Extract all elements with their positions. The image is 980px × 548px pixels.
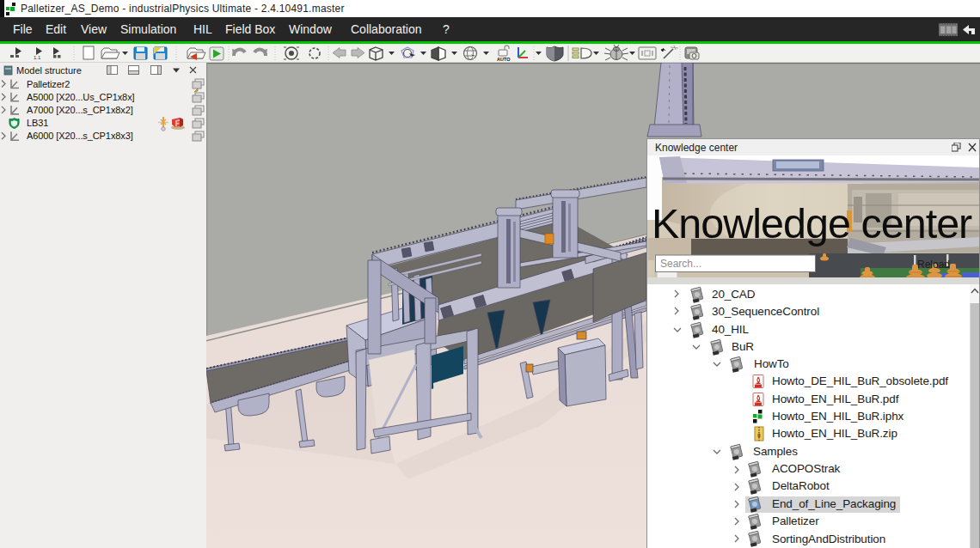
svg-text:Palletizer: Palletizer <box>772 515 819 527</box>
svg-text:BuR: BuR <box>732 340 754 353</box>
svg-text:Palletizer2: Palletizer2 <box>27 79 70 89</box>
svg-text:HowTo: HowTo <box>754 357 789 370</box>
svg-text:20_CAD: 20_CAD <box>712 288 756 301</box>
svg-text:Howto_EN_HIL_BuR.pdf: Howto_EN_HIL_BuR.pdf <box>772 393 899 405</box>
svg-text:40_HIL: 40_HIL <box>712 323 750 336</box>
svg-text:Reload: Reload <box>917 259 950 271</box>
svg-text:30_SequenceControl: 30_SequenceControl <box>712 305 819 318</box>
svg-text:A7000 [X20...s_CP1x8x2]: A7000 [X20...s_CP1x8x2] <box>27 105 133 115</box>
svg-text:A6000 [X20...s_CP1x8x3]: A6000 [X20...s_CP1x8x3] <box>27 131 133 141</box>
svg-text:Search...: Search... <box>660 258 701 270</box>
svg-text:DeltaRobot: DeltaRobot <box>772 479 830 492</box>
svg-text:Howto_DE_HIL_BuR_obsolete.pdf: Howto_DE_HIL_BuR_obsolete.pdf <box>772 374 948 387</box>
svg-text:Howto_EN_HIL_BuR.iphx: Howto_EN_HIL_BuR.iphx <box>772 410 904 423</box>
svg-text:A5000 [X20...Us_CP1x8x]: A5000 [X20...Us_CP1x8x] <box>27 92 135 102</box>
svg-text:Howto_EN_HIL_BuR.zip: Howto_EN_HIL_BuR.zip <box>772 427 897 440</box>
svg-text:AUTO: AUTO <box>497 57 511 62</box>
svg-text:Knowledge center: Knowledge center <box>652 200 972 247</box>
svg-text:End_of_Line_Packaging: End_of_Line_Packaging <box>772 497 896 510</box>
svg-text:SortingAndDistribution: SortingAndDistribution <box>772 533 885 545</box>
svg-text:Model structure: Model structure <box>16 65 82 76</box>
svg-text:ACOPOStrak: ACOPOStrak <box>772 462 841 475</box>
svg-text:LB31: LB31 <box>27 118 48 128</box>
svg-text:1.1: 1.1 <box>34 55 41 60</box>
svg-text:Samples: Samples <box>753 445 798 458</box>
